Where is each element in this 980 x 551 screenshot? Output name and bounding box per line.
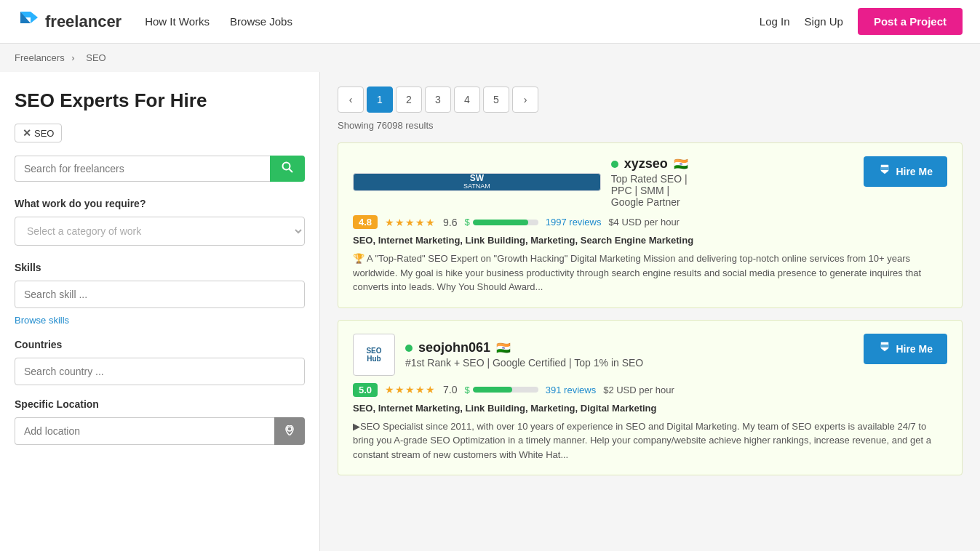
page-button-2[interactable]: 2	[396, 87, 422, 113]
card-info: seojohn061 🇮🇳 #1st Rank + SEO | Google C…	[405, 340, 643, 369]
rating-row: 5.0 ★★★★★ 7.0 $ 391 reviews $2 USD per h…	[353, 383, 947, 397]
location-input[interactable]	[15, 417, 274, 445]
avatar-seo-text: SEOHub	[366, 347, 381, 363]
freelancer-card: SEOHub seojohn061 🇮🇳 #1st Rank + SEO | G…	[338, 320, 963, 476]
filter-tag-seo[interactable]: ✕ SEO	[15, 124, 62, 142]
page-layout: SEO Experts For Hire ✕ SEO What work do …	[0, 72, 980, 551]
avatar-sw-inner: SW SATNAM	[354, 174, 600, 190]
svg-line-4	[290, 169, 293, 173]
filter-tag-remove[interactable]: ✕	[23, 127, 31, 139]
card-header-left: SEOHub seojohn061 🇮🇳 #1st Rank + SEO | G…	[353, 334, 643, 376]
freelancer-card: SW SATNAM xyzseo 🇮🇳 Top Rated SEO | PPC …	[338, 142, 963, 308]
avatar-sw-line2: SATNAM	[463, 183, 490, 190]
card-description: ▶SEO Specialist since 2011, with over 10…	[353, 419, 947, 462]
card-header-left: SW SATNAM xyzseo 🇮🇳 Top Rated SEO | PPC …	[353, 156, 601, 208]
nav-browse-jobs[interactable]: Browse Jobs	[230, 15, 292, 28]
page-button-3[interactable]: 3	[425, 87, 451, 113]
search-input[interactable]	[15, 156, 270, 182]
navbar-login[interactable]: Log In	[760, 15, 790, 28]
category-select[interactable]: Select a category of work	[15, 217, 305, 246]
rate: $4 USD per hour	[608, 217, 680, 228]
breadcrumb-parent[interactable]: Freelancers	[15, 52, 65, 63]
rating-badge: 5.0	[353, 383, 378, 397]
nav-how-it-works[interactable]: How It Works	[145, 15, 210, 28]
hire-me-button-2[interactable]: Hire Me	[864, 334, 947, 364]
online-indicator	[611, 161, 618, 168]
breadcrumb-current: SEO	[86, 52, 105, 63]
location-label: Specific Location	[15, 398, 305, 410]
bar-bg	[473, 220, 538, 225]
bar-bg	[473, 387, 538, 393]
bar-fill	[473, 387, 512, 393]
stars: ★★★★★	[385, 217, 436, 228]
svg-point-5	[287, 427, 292, 431]
avatar: SW SATNAM	[353, 173, 601, 191]
results-count: Showing 76098 results	[338, 120, 963, 131]
card-header: SEOHub seojohn061 🇮🇳 #1st Rank + SEO | G…	[353, 334, 947, 376]
navbar-nav: How It Works Browse Jobs	[145, 15, 760, 28]
skills-label: Skills	[15, 262, 305, 273]
freelancer-tagline: Top Rated SEO | PPC | SMM | Google Partn…	[611, 173, 688, 208]
skills-tags: SEO, Internet Marketing, Link Building, …	[353, 235, 947, 246]
breadcrumb-separator: ›	[71, 52, 77, 63]
location-wrap	[15, 417, 305, 445]
earnings-bar: $	[465, 217, 538, 228]
filter-tags: ✕ SEO	[15, 124, 305, 142]
avatar: SEOHub	[353, 334, 395, 376]
freelancer-flag: 🇮🇳	[496, 341, 511, 355]
earnings-icon: $	[465, 385, 470, 395]
rate: $2 USD per hour	[603, 385, 674, 395]
reviews-link[interactable]: 1997 reviews	[546, 217, 602, 228]
search-button[interactable]	[270, 156, 305, 182]
bar-fill	[473, 220, 529, 225]
skills-input[interactable]	[15, 281, 305, 308]
post-project-button[interactable]: Post a Project	[858, 8, 963, 35]
freelancer-logo-icon	[17, 7, 41, 36]
card-name-row: seojohn061 🇮🇳	[405, 340, 643, 355]
skills-tags: SEO, Internet Marketing, Link Building, …	[353, 403, 947, 414]
svg-point-3	[283, 163, 290, 170]
navbar: freelancer How It Works Browse Jobs Log …	[0, 0, 980, 44]
navbar-brand: freelancer	[17, 7, 121, 36]
card-name-row: xyzseo 🇮🇳	[611, 156, 688, 172]
freelancer-username: xyzseo	[624, 156, 668, 172]
hire-me-icon	[878, 341, 891, 357]
reviews-link[interactable]: 391 reviews	[546, 385, 596, 395]
page-button-5[interactable]: 5	[483, 87, 509, 113]
svg-marker-1	[31, 12, 38, 23]
hire-me-icon	[878, 164, 891, 180]
prev-page-button[interactable]: ‹	[338, 87, 364, 113]
card-description: 🏆 A "Top-Rated" SEO Expert on "Growth Ha…	[353, 252, 947, 294]
next-page-button[interactable]: ›	[512, 87, 538, 113]
hire-me-label: Hire Me	[896, 166, 933, 177]
navbar-logo-text: freelancer	[45, 12, 121, 31]
earnings-bar: $	[465, 385, 538, 395]
rating-score: 9.6	[443, 217, 457, 228]
main-content: ‹ 1 2 3 4 5 › Showing 76098 results SW S…	[320, 72, 980, 551]
stars: ★★★★★	[385, 384, 436, 395]
location-button[interactable]	[274, 417, 305, 445]
category-label: What work do you require?	[15, 198, 305, 209]
pagination: ‹ 1 2 3 4 5 ›	[338, 87, 963, 113]
navbar-right: Log In Sign Up Post a Project	[760, 8, 963, 35]
card-header: SW SATNAM xyzseo 🇮🇳 Top Rated SEO | PPC …	[353, 156, 947, 208]
hire-me-button-1[interactable]: Hire Me	[864, 156, 947, 187]
online-indicator	[405, 345, 413, 352]
freelancer-username: seojohn061	[418, 340, 490, 355]
hire-me-label: Hire Me	[896, 343, 933, 355]
page-button-4[interactable]: 4	[454, 87, 480, 113]
countries-label: Countries	[15, 339, 305, 350]
browse-skills-link[interactable]: Browse skills	[15, 315, 69, 326]
sidebar-title: SEO Experts For Hire	[15, 89, 305, 112]
rating-score: 7.0	[443, 384, 457, 395]
navbar-signup[interactable]: Sign Up	[805, 15, 843, 28]
sidebar: SEO Experts For Hire ✕ SEO What work do …	[0, 72, 320, 551]
country-input[interactable]	[15, 358, 305, 385]
freelancer-tagline: #1st Rank + SEO | Google Certified | Top…	[405, 357, 643, 369]
rating-row: 4.8 ★★★★★ 9.6 $ 1997 reviews $4 USD per …	[353, 215, 947, 229]
filter-tag-label: SEO	[34, 128, 54, 139]
rating-badge: 4.8	[353, 215, 378, 229]
card-info: xyzseo 🇮🇳 Top Rated SEO | PPC | SMM | Go…	[611, 156, 688, 208]
page-button-1[interactable]: 1	[367, 87, 393, 113]
freelancer-flag: 🇮🇳	[674, 157, 688, 171]
